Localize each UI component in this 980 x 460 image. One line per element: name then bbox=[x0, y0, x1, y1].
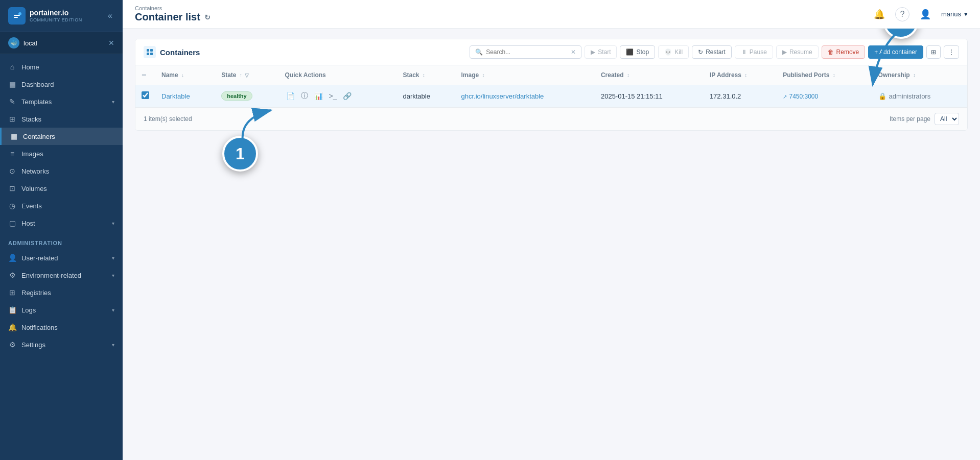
stop-icon: ⬛ bbox=[626, 49, 634, 56]
container-status-cell: healthy bbox=[215, 85, 278, 107]
sidebar-item-user-related-label: User-related bbox=[21, 254, 58, 262]
registries-icon: ⊞ bbox=[8, 288, 16, 297]
search-input[interactable] bbox=[486, 49, 568, 56]
ports-column-header[interactable]: Published Ports ↕ bbox=[777, 65, 872, 85]
dashboard-icon: ▤ bbox=[8, 80, 16, 88]
container-created-cell: 2025-01-15 21:15:11 bbox=[595, 85, 704, 107]
sidebar: portainer.io COMMUNITY EDITION « 🐳 local… bbox=[0, 0, 123, 460]
env-info: 🐳 local bbox=[8, 37, 37, 49]
state-column-header[interactable]: State ↑ ▽ bbox=[215, 65, 278, 85]
chevron-down-icon: ▾ bbox=[112, 255, 114, 261]
settings-icon: ⚙ bbox=[8, 341, 16, 349]
username-label: marius bbox=[941, 10, 961, 18]
stats-action-icon[interactable]: 📊 bbox=[313, 91, 324, 101]
logo-icon bbox=[8, 7, 26, 25]
container-port-link[interactable]: ↗ 7450:3000 bbox=[783, 93, 818, 100]
clear-search-icon[interactable]: ✕ bbox=[571, 49, 576, 56]
admin-section-label: Administration bbox=[0, 232, 123, 249]
ip-column-header[interactable]: IP Address ↕ bbox=[704, 65, 777, 85]
start-button[interactable]: ▶ Start bbox=[585, 45, 617, 59]
attach-action-icon[interactable]: 🔗 bbox=[342, 91, 353, 101]
sidebar-item-logs[interactable]: 📋 Logs ▾ bbox=[0, 301, 123, 319]
restart-label: Restart bbox=[706, 49, 726, 56]
sidebar-item-events[interactable]: ◷ Events bbox=[0, 197, 123, 214]
sidebar-item-containers-label: Containers bbox=[23, 133, 55, 140]
sidebar-item-home[interactable]: ⌂ Home bbox=[0, 58, 123, 76]
sidebar-item-dashboard[interactable]: ▤ Dashboard bbox=[0, 76, 123, 93]
kill-button[interactable]: 💀 Kill bbox=[658, 45, 689, 59]
content-area: Containers 🔍 ✕ ▶ Start ⬛ Stop bbox=[123, 29, 980, 460]
pause-button[interactable]: ⏸ Pause bbox=[735, 45, 773, 59]
container-image-link[interactable]: ghcr.io/linuxserver/darktable bbox=[461, 92, 544, 100]
created-column-header[interactable]: Created ↕ bbox=[595, 65, 704, 85]
columns-toggle-button[interactable]: ⊞ bbox=[926, 45, 941, 59]
items-per-page: Items per page All 10 25 50 bbox=[890, 113, 959, 125]
sidebar-item-stacks[interactable]: ⊞ Stacks bbox=[0, 110, 123, 128]
name-column-header[interactable]: Name ↓ bbox=[155, 65, 215, 85]
created-column-label: Created bbox=[601, 71, 624, 79]
sidebar-item-images[interactable]: ≡ Images bbox=[0, 145, 123, 162]
refresh-icon[interactable]: ↻ bbox=[204, 13, 211, 21]
ports-column-label: Published Ports bbox=[783, 71, 829, 79]
ownership-sort-icon: ↕ bbox=[913, 72, 916, 78]
sidebar-item-notifications[interactable]: 🔔 Notifications bbox=[0, 319, 123, 336]
image-column-header[interactable]: Image ↕ bbox=[455, 65, 594, 85]
container-stack-value: darktable bbox=[403, 92, 430, 100]
container-name-link[interactable]: Darktable bbox=[161, 92, 190, 100]
stack-column-header[interactable]: Stack ↕ bbox=[396, 65, 455, 85]
state-filter-icon[interactable]: ▽ bbox=[245, 72, 249, 78]
environment-selector[interactable]: 🐳 local ✕ bbox=[0, 32, 123, 54]
console-action-icon[interactable]: >_ bbox=[328, 91, 338, 101]
notifications-bell-button[interactable]: 🔔 bbox=[872, 7, 887, 22]
more-options-button[interactable]: ⋮ bbox=[944, 45, 959, 59]
page-header: Containers Container list ↻ 🔔 ? 👤 marius… bbox=[123, 0, 980, 29]
ownership-column-header[interactable]: Ownership ↕ bbox=[872, 65, 967, 85]
sidebar-item-settings[interactable]: ⚙ Settings ▾ bbox=[0, 336, 123, 353]
sidebar-item-environment-related-label: Environment-related bbox=[21, 272, 81, 279]
add-container-button[interactable]: + Add container bbox=[868, 45, 923, 59]
sidebar-item-networks-label: Networks bbox=[21, 167, 49, 175]
select-all-header: − bbox=[135, 65, 155, 85]
start-icon: ▶ bbox=[591, 49, 595, 56]
images-icon: ≡ bbox=[8, 150, 16, 158]
env-close-button[interactable]: ✕ bbox=[108, 39, 114, 47]
inspect-action-icon[interactable]: ⓘ bbox=[300, 90, 309, 102]
containers-icon: ▦ bbox=[10, 132, 18, 140]
sidebar-item-templates[interactable]: ✎ Templates ▾ bbox=[0, 93, 123, 110]
container-ip-cell: 172.31.0.2 bbox=[704, 85, 777, 107]
sidebar-nav: ⌂ Home ▤ Dashboard ✎ Templates ▾ ⊞ Stack… bbox=[0, 54, 123, 460]
external-link-icon: ↗ bbox=[783, 94, 787, 100]
resume-button[interactable]: ▶ Resume bbox=[776, 45, 819, 59]
templates-icon: ✎ bbox=[8, 98, 16, 106]
collapse-sidebar-button[interactable]: « bbox=[106, 10, 114, 21]
user-avatar-button[interactable]: 👤 bbox=[918, 7, 933, 22]
sidebar-item-stacks-label: Stacks bbox=[21, 115, 41, 123]
sidebar-item-containers[interactable]: ▦ Containers bbox=[0, 128, 123, 145]
sidebar-item-networks[interactable]: ⊙ Networks bbox=[0, 162, 123, 180]
panel-title-text: Containers bbox=[160, 48, 200, 57]
header-right: 🔔 ? 👤 marius ▾ bbox=[872, 7, 968, 22]
logs-action-icon[interactable]: 📄 bbox=[285, 91, 296, 101]
table-body: Darktable healthy 📄 ⓘ 📊 >_ bbox=[135, 85, 967, 107]
row-checkbox[interactable] bbox=[142, 91, 149, 99]
panel-footer: 1 item(s) selected Items per page All 10… bbox=[135, 107, 967, 130]
sidebar-item-user-related[interactable]: 👤 User-related ▾ bbox=[0, 249, 123, 267]
restart-button[interactable]: ↻ Restart bbox=[692, 45, 732, 59]
add-container-label: + Add container bbox=[874, 49, 917, 56]
sidebar-item-volumes[interactable]: ⊡ Volumes bbox=[0, 180, 123, 197]
ports-sort-icon: ↕ bbox=[833, 72, 835, 78]
sidebar-item-environment-related[interactable]: ⚙ Environment-related ▾ bbox=[0, 267, 123, 284]
help-button[interactable]: ? bbox=[895, 7, 909, 21]
user-menu[interactable]: marius ▾ bbox=[941, 10, 968, 18]
sidebar-item-host[interactable]: ▢ Host ▾ bbox=[0, 214, 123, 232]
remove-button[interactable]: 🗑 Remove bbox=[822, 45, 866, 59]
row-checkbox-cell bbox=[135, 85, 155, 107]
svg-rect-4 bbox=[147, 49, 149, 52]
sidebar-item-registries[interactable]: ⊞ Registries bbox=[0, 284, 123, 301]
chevron-down-icon: ▾ bbox=[112, 342, 114, 348]
stop-label: Stop bbox=[636, 49, 649, 56]
search-icon: 🔍 bbox=[475, 49, 483, 56]
per-page-select[interactable]: All 10 25 50 bbox=[935, 113, 959, 125]
chevron-down-icon: ▾ bbox=[112, 273, 114, 278]
stop-button[interactable]: ⬛ Stop bbox=[620, 45, 655, 59]
